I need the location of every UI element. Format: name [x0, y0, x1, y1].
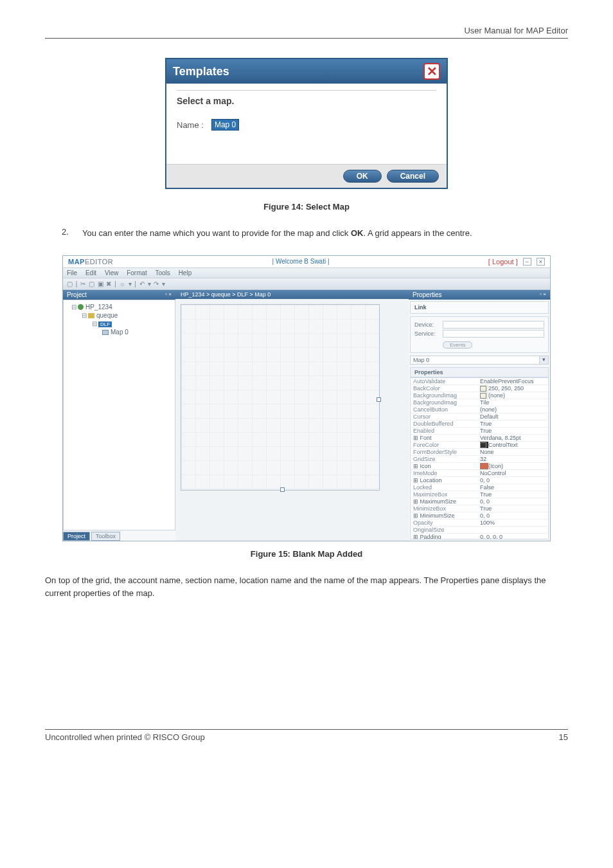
templates-titlebar: Templates ✕ [166, 59, 447, 84]
property-row[interactable]: FormBorderStyleNone [411, 449, 548, 456]
page-footer: Uncontrolled when printed © RISCO Group … [45, 729, 568, 742]
project-panel: Project ▫ × ⊟HP_1234 ⊟queque ⊟DLF Map 0 … [63, 290, 175, 541]
events-button[interactable]: Events [443, 341, 472, 348]
close-icon[interactable]: ✕ [423, 63, 440, 80]
properties-pin-icon[interactable]: ▫ × [540, 291, 546, 298]
project-tree[interactable]: ⊟HP_1234 ⊟queque ⊟DLF Map 0 [63, 300, 175, 530]
project-panel-header: Project ▫ × [63, 290, 175, 300]
property-row[interactable]: Opacity100% [411, 520, 548, 527]
tree-root[interactable]: ⊟HP_1234 [66, 303, 172, 311]
footer-right: 15 [559, 732, 568, 742]
service-field[interactable] [443, 330, 544, 338]
properties-grid[interactable]: AutoValidateEnablePreventFocus BackColor… [410, 377, 549, 539]
property-row[interactable]: EnabledTrue [411, 428, 548, 435]
object-dropdown[interactable]: Map 0 ▾ [410, 356, 549, 365]
tree-node-dlf[interactable]: ⊟DLF [66, 320, 172, 328]
tab-toolbox[interactable]: Toolbox [91, 532, 120, 541]
templates-subtitle: Select a map. [177, 90, 436, 106]
property-row[interactable]: CursorDefault [411, 413, 548, 420]
mapeditor-window: MAPEDITOR | Welcome B Swati | [ Logout ]… [62, 255, 551, 541]
figure14-caption: Figure 14: Select Map [45, 202, 568, 212]
property-row[interactable]: MaximizeBoxTrue [411, 491, 548, 498]
name-label: Name : [177, 120, 204, 130]
property-row[interactable]: ⊞ FontVerdana, 8.25pt [411, 435, 548, 442]
globe-icon [78, 304, 84, 310]
tree-node-map0[interactable]: Map 0 [66, 328, 172, 336]
property-row[interactable]: ⊞ Padding0, 0, 0, 0 [411, 534, 548, 539]
templates-title: Templates [173, 65, 229, 78]
logo-bold: MAP [68, 258, 85, 266]
device-label: Device: [414, 321, 443, 328]
ok-button[interactable]: OK [343, 170, 382, 183]
location-icon: DLF [98, 321, 112, 327]
menu-file[interactable]: File [67, 269, 77, 276]
figure15-caption: Figure 15: Blank Map Added [45, 549, 568, 559]
link-section: Link [410, 301, 549, 314]
tree-node-queque[interactable]: ⊟queque [66, 311, 172, 320]
step-text-b: OK [351, 228, 364, 238]
step-text-a: You can enter the name which you want to… [82, 228, 351, 238]
property-row[interactable]: CancelButton(none) [411, 406, 548, 413]
property-row[interactable]: DoubleBufferedTrue [411, 420, 548, 428]
logo-thin: EDITOR [85, 258, 113, 266]
property-row[interactable]: ImeModeNoControl [411, 470, 548, 477]
name-field[interactable]: Map 0 [211, 119, 239, 131]
property-row[interactable]: ⊞ Icon(Icon) [411, 463, 548, 470]
property-row[interactable]: ⊞ Location0, 0 [411, 477, 548, 484]
minimize-icon[interactable]: – [523, 258, 531, 266]
editor-logo: MAPEDITOR [68, 258, 113, 266]
breadcrumb: HP_1234 > queque > DLF > Map 0 [175, 290, 409, 299]
property-row[interactable]: OriginalSize [411, 527, 548, 534]
step-text-c: . A grid appears in the centre. [363, 228, 472, 238]
map-icon [102, 330, 109, 335]
tab-project[interactable]: Project [63, 532, 90, 541]
menu-edit[interactable]: Edit [85, 269, 96, 276]
chevron-down-icon[interactable]: ▾ [539, 356, 548, 364]
properties-panel-header: Properties ▫ × [409, 290, 550, 300]
menu-format[interactable]: Format [127, 269, 147, 276]
property-row[interactable]: MinimizeBoxTrue [411, 505, 548, 512]
editor-titlebar: MAPEDITOR | Welcome B Swati | [ Logout ]… [63, 256, 550, 268]
properties-grid-header: Properties [410, 367, 549, 377]
property-row[interactable]: BackColor250, 250, 250 [411, 385, 548, 392]
properties-panel: Properties ▫ × Link Device: Service: Eve… [409, 290, 550, 541]
logout-link[interactable]: [ Logout ] [488, 258, 518, 266]
menu-tools[interactable]: Tools [155, 269, 170, 276]
body-paragraph: On top of the grid, the account name, se… [45, 574, 568, 601]
link-label: Link [414, 304, 427, 311]
welcome-text: | Welcome B Swati | [272, 258, 330, 265]
menu-bar: File Edit View Format Tools Help [63, 268, 550, 278]
property-row[interactable]: BackgroundImagTile [411, 399, 548, 406]
templates-dialog: Templates ✕ Select a map. Name : Map 0 O… [165, 58, 448, 189]
map-canvas[interactable] [181, 304, 380, 491]
device-service-section: Device: Service: Events [410, 316, 549, 353]
dropdown-value: Map 0 [411, 356, 539, 364]
service-label: Service: [414, 330, 443, 337]
cancel-button[interactable]: Cancel [387, 170, 439, 183]
property-row[interactable]: ⊞ MaximumSize0, 0 [411, 498, 548, 505]
step-2: 2. You can enter the name which you want… [62, 227, 568, 240]
project-pin-icon[interactable]: ▫ × [165, 291, 172, 298]
property-row[interactable]: GridSize32 [411, 456, 548, 463]
window-close-icon[interactable]: × [537, 258, 545, 266]
property-row[interactable]: LockedFalse [411, 484, 548, 491]
property-row[interactable]: ForeColorControlText [411, 442, 548, 449]
menu-view[interactable]: View [105, 269, 119, 276]
folder-icon [88, 313, 94, 318]
property-row[interactable]: AutoValidateEnablePreventFocus [411, 378, 548, 385]
menu-help[interactable]: Help [179, 269, 192, 276]
step-number: 2. [62, 227, 72, 240]
project-panel-title: Project [67, 291, 87, 298]
property-row[interactable]: ⊞ MinimumSize0, 0 [411, 512, 548, 520]
page-header: User Manual for MAP Editor [45, 26, 568, 39]
properties-title: Properties [413, 291, 442, 298]
toolbar[interactable]: ▢ | ✂ ▢ ▣ ✖ | ☼ ▾ | ↶ ▾ ↷ ▾ [63, 278, 550, 290]
footer-left: Uncontrolled when printed © RISCO Group [45, 732, 205, 742]
canvas-panel: HP_1234 > queque > DLF > Map 0 [175, 290, 409, 541]
property-row[interactable]: BackgroundImag(none) [411, 392, 548, 399]
device-field[interactable] [443, 321, 544, 329]
